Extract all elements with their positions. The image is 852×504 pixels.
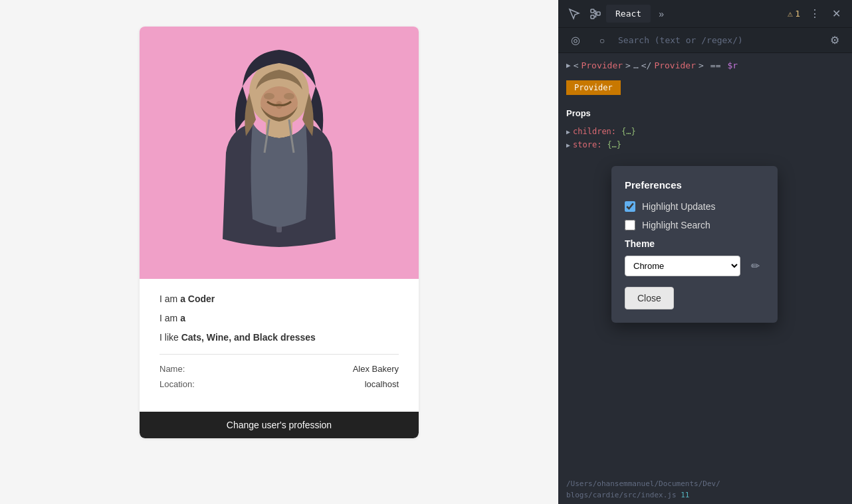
search-type-button[interactable]: ○ bbox=[591, 30, 613, 51]
svg-point-5 bbox=[284, 93, 294, 100]
profile-text-2: I am a bbox=[160, 311, 399, 325]
prop-row-store: ▶ store: {…} bbox=[566, 138, 844, 151]
highlight-updates-checkbox[interactable] bbox=[625, 201, 635, 212]
svg-rect-9 bbox=[597, 12, 600, 15]
settings-button[interactable]: ⚙ bbox=[824, 30, 845, 51]
provider-tag-name: Provider bbox=[581, 60, 623, 70]
prop-key-children: children: bbox=[573, 127, 616, 136]
tree-row-provider: ▶ <Provider> … </Provider> == $r bbox=[566, 58, 844, 72]
theme-row: Chrome Dark Light ✏ bbox=[625, 256, 764, 276]
tree-icon bbox=[589, 8, 601, 20]
prop-val-children: {…} bbox=[621, 127, 636, 136]
devtools-panel: React » ⚠ 1 ⋮ ✕ ◎ ○ ⚙ ▶ <Provider> … </P… bbox=[558, 0, 852, 504]
theme-select[interactable]: Chrome Dark Light bbox=[625, 256, 740, 276]
react-tab[interactable]: React bbox=[606, 5, 651, 23]
location-label: Location: bbox=[160, 379, 195, 389]
more-tabs-button[interactable]: » bbox=[651, 3, 672, 25]
svg-rect-7 bbox=[591, 9, 594, 13]
highlight-updates-row: Highlight Updates bbox=[625, 201, 764, 212]
svg-point-4 bbox=[264, 93, 274, 100]
profile-meta-location: Location: localhost bbox=[160, 379, 399, 389]
profile-meta-name: Name: Alex Bakery bbox=[160, 364, 399, 374]
location-value: localhost bbox=[365, 379, 399, 389]
warning-badge: ⚠ 1 bbox=[784, 6, 804, 21]
inspect-element-button[interactable] bbox=[564, 3, 585, 25]
component-search-input[interactable] bbox=[618, 35, 819, 45]
file-path: /Users/ohansemmanuel/Documents/Dev/ blog… bbox=[558, 475, 852, 504]
name-value: Alex Bakery bbox=[353, 364, 399, 374]
component-tree-button[interactable] bbox=[585, 3, 606, 25]
prop-key-store: store: bbox=[573, 140, 601, 149]
preferences-close-button[interactable]: Close bbox=[625, 287, 674, 309]
file-path-line2: blogs/cardie/src/index.js bbox=[566, 491, 677, 499]
highlight-search-row: Highlight Search bbox=[625, 220, 764, 230]
highlight-search-checkbox[interactable] bbox=[625, 220, 635, 230]
theme-title: Theme bbox=[625, 238, 764, 249]
profile-text-1: I am a Coder bbox=[160, 292, 399, 306]
profile-text-3: I like Cats, Wine, and Black dresses bbox=[160, 331, 399, 345]
profile-divider bbox=[160, 354, 399, 355]
prop-arrow-store[interactable]: ▶ bbox=[566, 141, 570, 149]
more-options-button[interactable]: ⋮ bbox=[804, 3, 825, 25]
devtools-search-bar: ◎ ○ ⚙ bbox=[558, 28, 852, 53]
profile-info: I am a Coder I am a I like Cats, Wine, a… bbox=[140, 279, 419, 401]
prop-val-store: {…} bbox=[607, 140, 621, 149]
highlight-updates-label: Highlight Updates bbox=[642, 201, 716, 212]
props-title: Props bbox=[566, 108, 844, 118]
line-num-val: 11 bbox=[681, 491, 689, 499]
preferences-title: Preferences bbox=[625, 179, 764, 191]
tree-arrow[interactable]: ▶ bbox=[566, 61, 571, 70]
svg-rect-8 bbox=[591, 15, 594, 19]
theme-edit-button[interactable]: ✏ bbox=[746, 257, 764, 276]
provider-highlight-tab[interactable]: Provider bbox=[566, 80, 621, 95]
dollar-r: $r bbox=[728, 60, 738, 70]
warning-count: 1 bbox=[795, 9, 800, 19]
highlight-search-label: Highlight Search bbox=[642, 220, 710, 230]
file-path-line1: /Users/ohansemmanuel/Documents/Dev/ bbox=[566, 479, 720, 488]
warning-icon: ⚠ bbox=[788, 9, 793, 19]
devtools-toolbar: React » ⚠ 1 ⋮ ✕ bbox=[558, 0, 852, 28]
prop-arrow-children[interactable]: ▶ bbox=[566, 128, 570, 135]
target-button[interactable]: ◎ bbox=[565, 30, 586, 51]
profile-image-area bbox=[140, 27, 419, 279]
profile-card: I am a Coder I am a I like Cats, Wine, a… bbox=[140, 27, 419, 438]
inspect-icon bbox=[568, 8, 580, 20]
change-profession-button[interactable]: Change user's profession bbox=[140, 412, 419, 438]
app-panel: I am a Coder I am a I like Cats, Wine, a… bbox=[0, 0, 558, 504]
close-devtools-button[interactable]: ✕ bbox=[825, 3, 847, 25]
name-label: Name: bbox=[160, 364, 185, 374]
person-svg bbox=[193, 33, 366, 272]
component-tree: ▶ <Provider> … </Provider> == $r bbox=[558, 53, 852, 78]
prop-row-children: ▶ children: {…} bbox=[566, 125, 844, 138]
preferences-popup: Preferences Highlight Updates Highlight … bbox=[611, 166, 778, 323]
